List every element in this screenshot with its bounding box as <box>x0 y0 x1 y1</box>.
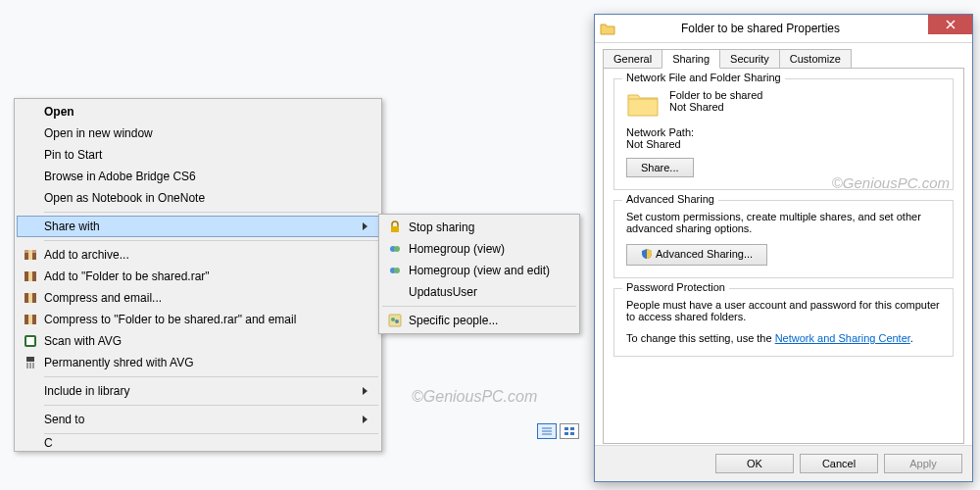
menu-label: Send to <box>44 413 359 426</box>
menu-item-add-to-rar[interactable]: Add to "Folder to be shared.rar" <box>17 266 379 287</box>
menu-label: Stop sharing <box>409 220 565 234</box>
menu-item-scan-avg[interactable]: Scan with AVG <box>17 330 379 352</box>
menu-item-share-with[interactable]: Share with <box>17 216 379 237</box>
menu-label: Open <box>44 105 368 119</box>
password-desc-2: To change this setting, use the Network … <box>626 332 941 344</box>
button-label: Advanced Sharing... <box>656 248 753 260</box>
separator <box>382 306 576 307</box>
submenu-homegroup-view[interactable]: Homegroup (view) <box>381 238 577 260</box>
separator <box>44 240 378 241</box>
blank-icon <box>21 412 40 427</box>
password-desc-1: People must have a user account and pass… <box>626 299 941 322</box>
svg-rect-27 <box>570 427 574 430</box>
share-with-submenu: Stop sharing Homegroup (view) Homegroup … <box>378 214 580 334</box>
menu-label: Homegroup (view) <box>409 242 565 256</box>
people-icon <box>385 313 405 328</box>
share-status-label: Not Shared <box>669 101 762 113</box>
tab-general[interactable]: General <box>603 49 662 69</box>
menu-label: Permanently shred with AVG <box>44 356 368 369</box>
group-title: Network File and Folder Sharing <box>622 72 785 83</box>
menu-item-pin-start[interactable]: Pin to Start <box>17 144 379 166</box>
blank-icon <box>21 104 40 120</box>
shred-icon <box>21 355 40 370</box>
submenu-updatususer[interactable]: UpdatusUser <box>381 281 577 303</box>
homegroup-icon <box>385 263 405 278</box>
details-view-icon[interactable] <box>537 423 557 439</box>
group-advanced-sharing: Advanced Sharing Set custom permissions,… <box>613 200 954 278</box>
menu-label: C <box>44 437 368 449</box>
menu-label: Browse in Adobe Bridge CS6 <box>44 170 368 183</box>
submenu-stop-sharing[interactable]: Stop sharing <box>381 217 577 238</box>
tab-security[interactable]: Security <box>719 49 780 69</box>
svg-rect-8 <box>28 315 32 324</box>
svg-rect-28 <box>564 432 568 435</box>
advanced-sharing-button[interactable]: Advanced Sharing... <box>626 244 767 266</box>
blank-icon <box>21 383 40 399</box>
menu-item-open-new-window[interactable]: Open in new window <box>17 122 379 144</box>
avg-icon <box>21 333 40 349</box>
share-button[interactable]: Share... <box>626 158 694 177</box>
menu-item-truncated[interactable]: C <box>17 437 379 449</box>
svg-rect-6 <box>28 293 32 303</box>
apply-button[interactable]: Apply <box>884 454 962 473</box>
menu-label: Open as Notebook in OneNote <box>44 191 368 205</box>
folder-icon <box>626 89 660 121</box>
menu-label: Add to "Folder to be shared.rar" <box>44 270 368 283</box>
advanced-sharing-desc: Set custom permissions, create multiple … <box>626 211 941 234</box>
ok-button[interactable]: OK <box>715 454 794 473</box>
submenu-homegroup-edit[interactable]: Homegroup (view and edit) <box>381 260 577 281</box>
blank-icon <box>21 147 40 163</box>
menu-label: UpdatusUser <box>409 285 565 299</box>
svg-point-19 <box>394 268 400 273</box>
blank-icon <box>385 284 405 300</box>
svg-point-22 <box>395 319 399 323</box>
group-password-protection: Password Protection People must have a u… <box>613 288 954 357</box>
blank-icon <box>21 169 40 184</box>
menu-item-browse-bridge[interactable]: Browse in Adobe Bridge CS6 <box>17 166 379 187</box>
menu-label: Add to archive... <box>44 248 368 262</box>
text-fragment: To change this setting, use the <box>626 332 775 344</box>
view-mode-icons <box>537 423 579 439</box>
svg-rect-26 <box>564 427 568 430</box>
submenu-specific-people[interactable]: Specific people... <box>381 310 577 331</box>
menu-label: Homegroup (view and edit) <box>409 264 565 277</box>
menu-label: Open in new window <box>44 126 368 140</box>
dialog-button-row: OK Cancel Apply <box>595 445 972 481</box>
lock-icon <box>385 220 405 235</box>
shield-icon <box>641 248 653 262</box>
winrar-icon <box>21 312 40 327</box>
menu-label: Share with <box>44 220 359 233</box>
tab-sharing[interactable]: Sharing <box>662 49 720 69</box>
menu-label: Compress to "Folder to be shared.rar" an… <box>44 313 368 326</box>
dialog-title: Folder to be shared Properties <box>620 22 928 35</box>
svg-rect-11 <box>26 357 34 362</box>
menu-item-shred-avg[interactable]: Permanently shred with AVG <box>17 352 379 373</box>
separator <box>44 433 378 434</box>
menu-item-open[interactable]: Open <box>17 101 379 122</box>
winrar-icon <box>21 269 40 284</box>
network-sharing-center-link[interactable]: Network and Sharing Center <box>775 332 910 344</box>
menu-item-open-onenote[interactable]: Open as Notebook in OneNote <box>17 187 379 209</box>
close-icon <box>946 20 956 29</box>
winrar-icon <box>21 290 40 306</box>
menu-item-compress-rar-email[interactable]: Compress to "Folder to be shared.rar" an… <box>17 309 379 330</box>
text-fragment: . <box>910 332 913 344</box>
menu-item-compress-email[interactable]: Compress and email... <box>17 287 379 309</box>
cancel-button[interactable]: Cancel <box>800 454 878 473</box>
tab-customize[interactable]: Customize <box>779 49 852 69</box>
menu-item-include-library[interactable]: Include in library <box>17 380 379 402</box>
menu-item-send-to[interactable]: Send to <box>17 409 379 430</box>
titlebar: Folder to be shared Properties <box>595 15 972 43</box>
chevron-right-icon <box>363 222 368 230</box>
menu-label: Include in library <box>44 384 359 398</box>
context-menu: Open Open in new window Pin to Start Bro… <box>14 98 382 452</box>
separator <box>44 376 378 377</box>
network-path-label: Network Path: <box>626 126 941 138</box>
svg-point-17 <box>394 246 400 252</box>
menu-label: Specific people... <box>409 314 565 327</box>
icons-view-icon[interactable] <box>560 423 579 439</box>
svg-rect-4 <box>28 271 32 281</box>
menu-item-add-archive[interactable]: Add to archive... <box>17 244 379 266</box>
winrar-icon <box>21 247 40 263</box>
close-button[interactable] <box>928 15 972 34</box>
